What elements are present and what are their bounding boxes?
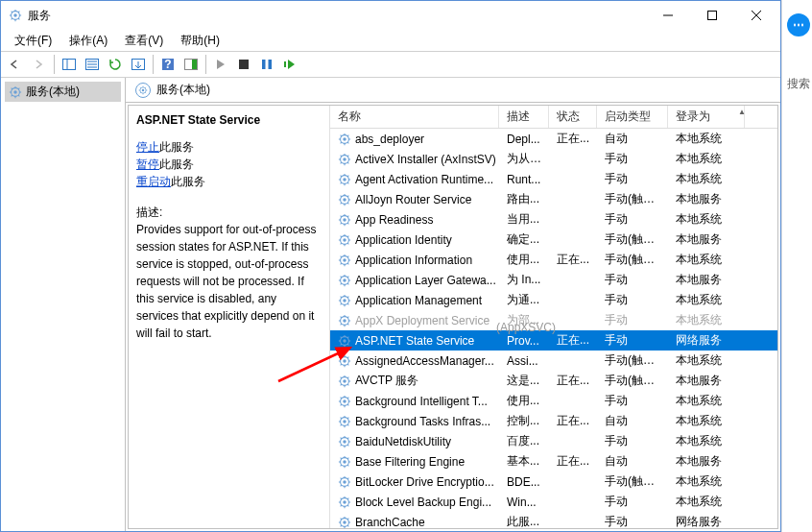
menu-help[interactable]: 帮助(H) bbox=[173, 31, 227, 51]
service-logon: 本地系统 bbox=[668, 393, 745, 409]
gear-icon bbox=[338, 153, 351, 166]
service-name: AllJoyn Router Service bbox=[355, 193, 471, 206]
table-row[interactable]: AVCTP 服务这是...正在...手动(触发...本地服务 bbox=[330, 371, 777, 391]
restart-link[interactable]: 重启动 bbox=[136, 175, 171, 188]
column-name[interactable]: 名称 bbox=[330, 106, 499, 128]
service-startup: 手动 bbox=[597, 312, 668, 328]
gear-icon bbox=[338, 213, 351, 227]
table-row[interactable]: BitLocker Drive Encryptio...BDE...手动(触发.… bbox=[330, 472, 777, 492]
service-status: 正在... bbox=[549, 332, 597, 349]
service-desc: 确定... bbox=[499, 231, 549, 248]
properties-button[interactable] bbox=[81, 54, 104, 75]
service-desc: 为通... bbox=[499, 292, 549, 308]
more-icon[interactable]: ⋯ bbox=[787, 13, 810, 36]
gear-icon bbox=[338, 334, 351, 348]
service-name: Background Intelligent T... bbox=[355, 395, 488, 408]
maximize-button[interactable] bbox=[690, 2, 734, 29]
service-logon: 本地系统 bbox=[668, 131, 745, 147]
service-desc: Win... bbox=[499, 496, 549, 509]
table-row[interactable]: BaiduNetdiskUtility百度...手动本地系统 bbox=[330, 431, 777, 451]
stop-link[interactable]: 停止 bbox=[136, 140, 159, 154]
service-desc: 为从 ... bbox=[499, 151, 549, 167]
service-startup: 手动 bbox=[597, 211, 668, 228]
stop-button[interactable] bbox=[232, 54, 255, 75]
service-startup: 手动 bbox=[597, 272, 668, 288]
service-name: AppX Deployment Service bbox=[355, 314, 490, 327]
table-row[interactable]: Background Intelligent T...使用...手动本地系统 bbox=[330, 391, 777, 411]
table-row[interactable]: Application Management为通...手动本地系统 bbox=[330, 290, 777, 310]
restart-button[interactable] bbox=[278, 54, 301, 75]
service-logon: 本地系统 bbox=[668, 312, 745, 328]
pause-link[interactable]: 暂停 bbox=[136, 157, 159, 171]
table-row[interactable]: Block Level Backup Engi...Win...手动本地系统 bbox=[330, 492, 777, 512]
menu-file[interactable]: 文件(F) bbox=[7, 31, 60, 51]
table-row[interactable]: Application Layer Gatewa...为 In...手动本地服务 bbox=[330, 270, 777, 290]
service-desc: 当用... bbox=[499, 211, 549, 228]
service-logon: 本地系统 bbox=[668, 252, 745, 268]
service-name: AVCTP 服务 bbox=[355, 373, 418, 389]
app-icon bbox=[9, 9, 22, 22]
table-row[interactable]: BranchCache此服...手动网络服务 bbox=[330, 512, 777, 528]
table-row[interactable]: abs_deployerDepl...正在...自动本地系统 bbox=[330, 129, 777, 149]
export-button[interactable] bbox=[127, 54, 150, 75]
service-name: BranchCache bbox=[355, 516, 425, 529]
forward-button[interactable] bbox=[28, 54, 51, 75]
start-button[interactable] bbox=[209, 54, 232, 75]
service-startup: 自动 bbox=[597, 413, 668, 429]
action-pane-button[interactable] bbox=[179, 54, 203, 75]
service-logon: 本地服务 bbox=[668, 231, 745, 248]
table-row[interactable]: AllJoyn Router Service路由...手动(触发...本地服务 bbox=[330, 189, 777, 209]
service-status: 正在... bbox=[549, 413, 597, 429]
svg-rect-16 bbox=[269, 60, 273, 69]
table-row[interactable]: Application Identity确定...手动(触发...本地服务 bbox=[330, 230, 777, 250]
service-name: App Readiness bbox=[355, 213, 433, 227]
gear-icon bbox=[135, 83, 151, 98]
column-logon-as[interactable]: 登录为 bbox=[668, 106, 745, 128]
table-row[interactable]: AssignedAccessManager...Assi...手动(触发...本… bbox=[330, 351, 777, 371]
service-startup: 手动(触发... bbox=[597, 373, 668, 389]
refresh-button[interactable] bbox=[104, 54, 127, 75]
table-row[interactable]: ActiveX Installer (AxInstSV)为从 ...手动本地系统 bbox=[330, 149, 777, 169]
service-startup: 手动 bbox=[597, 494, 668, 510]
service-desc: Assi... bbox=[499, 354, 549, 368]
service-name: abs_deployer bbox=[355, 133, 424, 146]
table-row[interactable]: Base Filtering Engine基本...正在...自动本地服务 bbox=[330, 451, 777, 472]
column-status[interactable]: 状态 bbox=[549, 106, 597, 128]
tree-pane: 服务(本地) bbox=[1, 78, 126, 531]
service-logon: 本地服务 bbox=[668, 272, 745, 288]
service-startup: 自动 bbox=[597, 131, 668, 147]
service-name: Application Identity bbox=[355, 233, 452, 247]
service-desc: Runt... bbox=[499, 173, 549, 186]
table-row[interactable]: Background Tasks Infras...控制...正在...自动本地… bbox=[330, 411, 777, 431]
tree-node-services-local[interactable]: 服务(本地) bbox=[5, 82, 121, 102]
minimize-button[interactable] bbox=[646, 2, 690, 29]
service-status: 正在... bbox=[549, 252, 597, 268]
table-row[interactable]: Agent Activation Runtime...Runt...手动本地系统 bbox=[330, 169, 777, 189]
help-button[interactable]: ? bbox=[156, 54, 179, 75]
service-startup: 手动 bbox=[597, 393, 668, 409]
sort-indicator: ▲ bbox=[738, 108, 746, 116]
service-status: 正在... bbox=[549, 453, 597, 470]
description-text: Provides support for out-of-process sess… bbox=[136, 221, 322, 342]
close-button[interactable] bbox=[734, 2, 778, 29]
menubar: 文件(F) 操作(A) 查看(V) 帮助(H) bbox=[1, 30, 780, 51]
pause-button[interactable] bbox=[255, 54, 278, 75]
column-description[interactable]: 描述 bbox=[499, 106, 549, 128]
service-logon: 本地系统 bbox=[668, 433, 745, 449]
service-desc: BDE... bbox=[499, 475, 549, 489]
service-name: Base Filtering Engine bbox=[355, 455, 465, 469]
service-logon: 本地系统 bbox=[668, 352, 745, 369]
back-button[interactable] bbox=[5, 54, 28, 75]
titlebar: 服务 bbox=[1, 1, 780, 30]
menu-view[interactable]: 查看(V) bbox=[117, 31, 171, 51]
table-row[interactable]: ASP.NET State ServiceProv...正在...手动网络服务 bbox=[330, 330, 777, 351]
table-row[interactable]: Application Information使用...正在...手动(触发..… bbox=[330, 250, 777, 270]
pane-header: 服务(本地) bbox=[126, 78, 780, 103]
service-name: BitLocker Drive Encryptio... bbox=[355, 475, 494, 489]
table-row[interactable]: App Readiness当用...手动本地系统 bbox=[330, 209, 777, 230]
gear-icon bbox=[338, 415, 351, 428]
menu-action[interactable]: 操作(A) bbox=[61, 31, 115, 51]
table-row[interactable]: AppX Deployment Service为部...手动本地系统 bbox=[330, 310, 777, 330]
column-startup-type[interactable]: 启动类型 bbox=[597, 106, 668, 128]
show-hide-tree-button[interactable] bbox=[58, 54, 81, 75]
